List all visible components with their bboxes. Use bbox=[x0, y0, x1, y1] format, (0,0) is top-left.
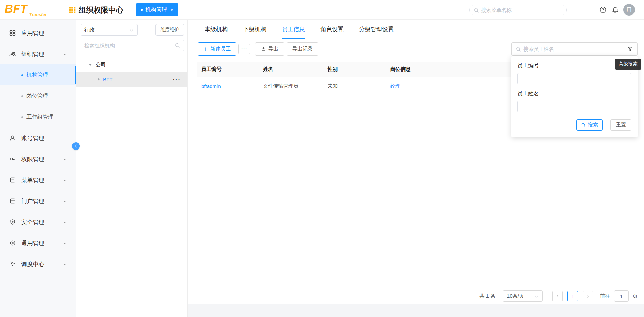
column-header-employee-id: 员工编号 bbox=[197, 66, 259, 73]
sidebar-item-security-management[interactable]: 安全管理 bbox=[0, 212, 76, 233]
dimension-select[interactable]: 行政 bbox=[81, 24, 138, 36]
sidebar-item-app-management[interactable]: 应用管理 bbox=[0, 22, 76, 43]
advanced-search-tooltip: 高级搜索 bbox=[615, 59, 641, 70]
chevron-down-icon bbox=[63, 220, 67, 224]
org-tree: 公司 BFT ··· bbox=[76, 58, 187, 87]
page-unit-label: 页 bbox=[632, 293, 638, 299]
sidebar-item-common-management[interactable]: 通用管理 bbox=[0, 233, 76, 254]
employee-toolbar: 新建员工 ··· 导出 导出记录 bbox=[188, 42, 644, 56]
button-label: 导出 bbox=[268, 46, 278, 52]
page-size-select[interactable]: 10条/页 bbox=[503, 290, 543, 302]
menu-icon bbox=[9, 177, 16, 183]
tree-node-label: BFT bbox=[103, 77, 112, 82]
download-icon bbox=[261, 46, 266, 52]
sidebar-item-label: 岗位管理 bbox=[26, 93, 48, 100]
tab-close-icon[interactable]: × bbox=[170, 7, 173, 13]
employee-search-input[interactable] bbox=[523, 46, 627, 52]
chevron-down-icon bbox=[63, 199, 67, 203]
chevron-up-icon bbox=[63, 52, 67, 56]
sidebar-item-menu-management[interactable]: 菜单管理 bbox=[0, 170, 76, 191]
sidebar-item-permission-management[interactable]: 权限管理 bbox=[0, 148, 76, 170]
sidebar-item-label: 应用管理 bbox=[21, 29, 44, 37]
caret-right-icon[interactable] bbox=[98, 78, 100, 81]
bft-logo[interactable]: BFT Transfer bbox=[5, 2, 49, 17]
menu-search-box bbox=[469, 5, 567, 15]
goto-page-input[interactable] bbox=[614, 290, 629, 302]
cell-name: 文件传输管理员 bbox=[259, 83, 324, 90]
tab-label: 本级机构 bbox=[205, 25, 228, 33]
sidebar-item-position-management[interactable]: 岗位管理 bbox=[0, 85, 76, 106]
chevron-down-icon bbox=[63, 241, 67, 245]
sidebar-item-institution-management[interactable]: 机构管理 bbox=[0, 64, 76, 85]
sidebar-nav: 应用管理 组织管理 机构管理 岗位管理 工作组管理 账号管理 权限管理 bbox=[0, 20, 76, 317]
tab-tier-management[interactable]: 分级管理设置 bbox=[359, 20, 394, 39]
bell-icon[interactable] bbox=[611, 6, 619, 14]
button-label: 搜索 bbox=[588, 122, 598, 128]
caret-down-icon[interactable] bbox=[89, 64, 92, 66]
sidebar-item-label: 通用管理 bbox=[21, 239, 44, 247]
app-title: 组织权限中心 bbox=[79, 5, 123, 15]
chevron-left-icon bbox=[74, 144, 78, 148]
sidebar-item-portal-management[interactable]: 门户管理 bbox=[0, 191, 76, 212]
tab-label: 分级管理设置 bbox=[359, 25, 394, 33]
column-header-name: 姓名 bbox=[259, 66, 324, 73]
tab-local-org[interactable]: 本级机构 bbox=[205, 20, 228, 39]
common-icon bbox=[9, 240, 16, 246]
sidebar-item-label: 菜单管理 bbox=[21, 176, 44, 184]
column-header-gender: 性别 bbox=[324, 66, 386, 73]
cell-employee-id-link[interactable]: bftadmin bbox=[197, 83, 259, 89]
menu-search-input[interactable] bbox=[481, 7, 562, 13]
search-icon bbox=[581, 123, 586, 127]
advanced-search-button[interactable]: 搜索 bbox=[576, 119, 603, 131]
org-tree-panel: 行政 维度维护 公司 BFT ··· bbox=[76, 20, 188, 317]
page-size-value: 10条/页 bbox=[507, 293, 524, 299]
export-records-button[interactable]: 导出记录 bbox=[287, 42, 318, 56]
sidebar-item-account-management[interactable]: 账号管理 bbox=[0, 127, 76, 148]
tab-org-management-window[interactable]: 机构管理 × bbox=[136, 3, 178, 16]
logo-subtext: Transfer bbox=[29, 12, 47, 17]
export-button[interactable]: 导出 bbox=[255, 42, 284, 56]
chevron-left-icon bbox=[555, 294, 560, 298]
tree-node-more-button[interactable]: ··· bbox=[173, 76, 181, 82]
org-search-input[interactable] bbox=[84, 43, 175, 48]
more-actions-button[interactable]: ··· bbox=[238, 44, 250, 54]
new-employee-button[interactable]: 新建员工 bbox=[198, 42, 236, 56]
pagination-bar: 共 1 条 10条/页 1 前往 页 bbox=[197, 288, 638, 304]
dimension-maintain-button[interactable]: 维度维护 bbox=[155, 24, 184, 36]
detail-tabs: 本级机构 下级机构 员工信息 角色设置 分级管理设置 bbox=[188, 20, 644, 39]
advanced-employee-name-input[interactable] bbox=[517, 101, 631, 112]
advanced-employee-id-input[interactable] bbox=[517, 73, 631, 84]
tab-role-settings[interactable]: 角色设置 bbox=[320, 20, 344, 39]
sidebar-collapse-button[interactable] bbox=[72, 142, 80, 150]
help-icon[interactable] bbox=[599, 6, 607, 14]
tree-node-bft[interactable]: BFT ··· bbox=[76, 72, 187, 87]
user-avatar[interactable]: 用 bbox=[623, 4, 635, 16]
filter-funnel-icon[interactable] bbox=[627, 46, 633, 52]
security-shield-icon bbox=[9, 219, 16, 225]
advanced-reset-button[interactable]: 重置 bbox=[610, 119, 631, 131]
dimension-value: 行政 bbox=[84, 27, 95, 33]
page-number-button[interactable]: 1 bbox=[567, 291, 578, 301]
tab-sub-org[interactable]: 下级机构 bbox=[243, 20, 266, 39]
button-label: 新建员工 bbox=[210, 46, 231, 52]
main-content: 本级机构 下级机构 员工信息 角色设置 分级管理设置 新建员工 ··· 导出 导… bbox=[188, 20, 644, 304]
tab-employee-info[interactable]: 员工信息 bbox=[282, 20, 305, 39]
chevron-down-icon bbox=[534, 294, 539, 298]
sidebar-item-org-management[interactable]: 组织管理 bbox=[0, 43, 76, 64]
active-dot-icon bbox=[141, 9, 143, 11]
dispatch-pointer-icon bbox=[9, 261, 16, 268]
tab-label: 角色设置 bbox=[320, 25, 344, 33]
tree-node-label: 公司 bbox=[96, 62, 106, 68]
bullet-dot-icon bbox=[21, 116, 23, 118]
sidebar-item-dispatch-center[interactable]: 调度中心 bbox=[0, 254, 76, 275]
next-page-button[interactable] bbox=[583, 291, 593, 301]
prev-page-button[interactable] bbox=[552, 291, 563, 301]
goto-label: 前往 bbox=[600, 293, 610, 299]
sidebar-item-label: 权限管理 bbox=[21, 155, 44, 163]
field-label-employee-id: 员工编号 bbox=[517, 62, 631, 70]
tree-node-company[interactable]: 公司 bbox=[76, 58, 187, 72]
sidebar-item-workgroup-management[interactable]: 工作组管理 bbox=[0, 106, 76, 127]
portal-icon bbox=[9, 198, 16, 204]
chevron-down-icon bbox=[129, 28, 134, 32]
employee-search-box bbox=[511, 42, 638, 56]
